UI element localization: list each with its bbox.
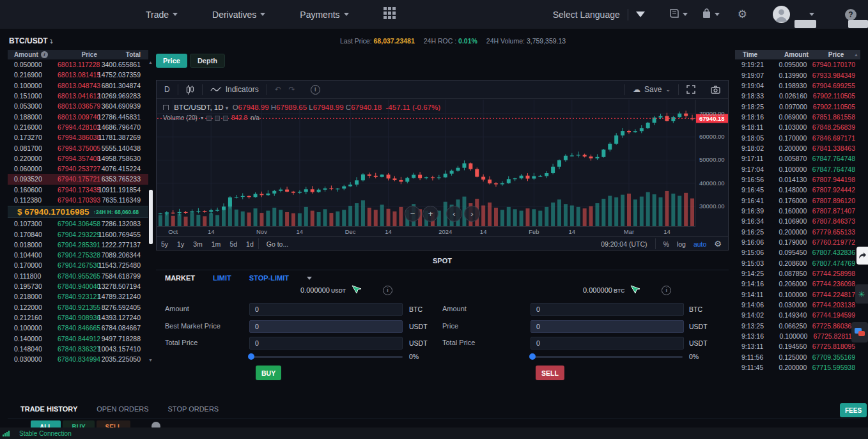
screenshot-camera-icon[interactable] <box>703 86 728 94</box>
trade-row[interactable]: 9:11:450.20000067715.595938 <box>735 362 860 373</box>
ask-row[interactable]: 0.11238067940.1703937635.116349 <box>8 195 148 205</box>
ask-row[interactable]: 0.17327067994.38603811781.387269 <box>8 132 148 142</box>
amount-info-icon[interactable]: i <box>41 51 48 58</box>
orders-book-icon[interactable] <box>669 9 679 20</box>
sell-balance-cursor-icon[interactable] <box>630 285 640 295</box>
ask-row[interactable]: 0.08170067994.3750055555.140438 <box>8 142 148 153</box>
scroll-down-icon[interactable]: ▼ <box>148 358 153 362</box>
chart-info-icon[interactable]: i <box>303 81 328 98</box>
trade-row[interactable]: 9:17:110.00587067847.764748 <box>735 153 860 164</box>
chart-clock[interactable]: 09:20:04 (UTC) <box>601 240 647 248</box>
user-avatar[interactable] <box>773 6 790 23</box>
bid-row[interactable]: 0.19573067840.94004013278.507194 <box>8 281 148 291</box>
language-selector[interactable]: Select Language <box>553 10 620 20</box>
auto-scale-button[interactable]: auto <box>694 240 706 248</box>
interval-button[interactable]: D <box>157 81 178 98</box>
range-3m-button[interactable]: 3m <box>189 240 207 248</box>
save-layout-button[interactable]: ☁ Save ⌄ <box>625 85 678 94</box>
total-price-input[interactable] <box>531 337 684 350</box>
apps-grid-icon[interactable] <box>384 7 396 22</box>
wallet-bag-icon[interactable] <box>702 8 711 20</box>
language-dropdown-icon[interactable] <box>636 12 645 17</box>
goto-date-button[interactable]: Go to... <box>259 240 296 248</box>
trade-row[interactable]: 9:16:340.10690067807.846373 <box>735 216 860 226</box>
bottom-tab-trade-history[interactable]: TRADE HISTORY <box>20 405 77 413</box>
ask-row[interactable]: 0.05000068013.1172283400.655861 <box>8 59 148 70</box>
log-scale-button[interactable]: log <box>677 240 686 248</box>
trade-row[interactable]: 9:16:390.16000067807.871407 <box>735 206 860 216</box>
buy-info-icon[interactable]: i <box>383 286 392 295</box>
buy-percent-slider[interactable] <box>249 356 403 358</box>
trade-row[interactable]: 9:17:040.10000067847.764748 <box>735 164 860 174</box>
chart-pan-right-button[interactable]: › <box>464 206 480 222</box>
trade-row[interactable]: 9:16:450.14800067807.924442 <box>735 185 860 195</box>
tab-limit[interactable]: LIMIT <box>213 274 231 282</box>
bid-row[interactable]: 0.17000067904.26753011543.725480 <box>8 260 148 270</box>
order-book-scrollbar[interactable] <box>149 59 153 375</box>
chart-pan-left-button[interactable]: ‹ <box>446 206 462 222</box>
bid-row[interactable]: 0.11180067840.9552657584.618799 <box>8 271 148 281</box>
bid-row[interactable]: 0.14804067840.83632710043.157410 <box>8 344 148 354</box>
ask-row[interactable]: 0.21600067994.42810214686.796470 <box>8 122 148 132</box>
fullscreen-icon[interactable] <box>679 85 703 94</box>
volume-close-icon[interactable] <box>223 116 228 121</box>
redo-icon[interactable]: ↷ <box>289 81 303 98</box>
trade-row[interactable]: 9:18:020.20000067841.338463 <box>735 143 860 153</box>
tab-depth[interactable]: Depth <box>190 54 225 68</box>
trade-row[interactable]: 9:16:560.01413067807.944198 <box>735 174 860 185</box>
range-5y-button[interactable]: 5y <box>157 240 173 248</box>
bottom-tab-stop-orders[interactable]: STOP ORDERS <box>168 405 219 413</box>
sell-percent-slider[interactable] <box>531 356 683 358</box>
trade-row[interactable]: 9:13:250.06625067725.860361 <box>735 321 860 331</box>
trade-row[interactable]: 9:18:050.17000067846.697171 <box>735 132 860 142</box>
best-market-price-input[interactable] <box>249 320 403 333</box>
price-input[interactable] <box>531 320 684 333</box>
settings-gear-icon[interactable]: ⚙ <box>738 8 747 21</box>
wallet-caret-icon[interactable] <box>715 13 720 16</box>
amount-input[interactable] <box>249 303 403 316</box>
share-widget[interactable] <box>856 247 868 265</box>
range-1m-button[interactable]: 1m <box>207 240 226 248</box>
pair-selector[interactable]: BTC/USDT ⤵ <box>9 36 53 45</box>
tab-price[interactable]: Price <box>156 54 187 68</box>
sell-button[interactable]: SELL <box>536 366 564 380</box>
undo-icon[interactable]: ↶ <box>267 81 289 98</box>
scale-settings-gear-icon[interactable]: ⚙ <box>714 239 722 249</box>
chart-zoom-out-button[interactable]: − <box>405 206 421 222</box>
buy-button[interactable]: BUY <box>256 366 281 380</box>
fees-button[interactable]: FEES <box>840 403 867 417</box>
ask-row[interactable]: 0.16060067940.17343510911.191854 <box>8 185 148 195</box>
order-type-caret-icon[interactable] <box>307 277 312 280</box>
sell-info-icon[interactable]: i <box>662 286 671 295</box>
ask-row[interactable]: 0.05300068013.0365793604.690939 <box>8 101 148 111</box>
trade-row[interactable]: 9:14:020.14934067744.194599 <box>735 310 860 320</box>
bid-row[interactable]: 0.03000067840.8349942035.225050 <box>8 354 148 364</box>
total-price-input[interactable] <box>249 337 403 350</box>
trade-row[interactable]: 9:19:070.13990067933.984349 <box>735 70 860 80</box>
menu-derivatives[interactable]: Derivatives <box>212 10 265 20</box>
bid-row[interactable]: 0.12200067840.9213558276.592405 <box>8 302 148 312</box>
ask-row[interactable]: 0.21690068013.08141514752.037359 <box>8 70 148 80</box>
indicators-button[interactable]: Indicators <box>203 81 267 98</box>
buy-balance-cursor-icon[interactable] <box>351 285 361 295</box>
bid-row[interactable]: 0.21216067840.90893614393.127240 <box>8 312 148 323</box>
trade-row[interactable]: 9:14:110.10000067744.224817 <box>735 289 860 300</box>
amount-input[interactable] <box>531 303 684 316</box>
range-1d-button[interactable]: 1d <box>242 240 258 248</box>
orders-caret-icon[interactable] <box>683 13 688 16</box>
tab-market[interactable]: MARKET <box>165 274 195 282</box>
tab-stop-limit[interactable]: STOP-LIMIT <box>249 274 289 282</box>
candle-style-button[interactable] <box>178 81 202 98</box>
trade-row[interactable]: 9:16:060.17900067760.219772 <box>735 237 860 247</box>
trade-row[interactable]: 9:18:110.10300067848.256839 <box>735 122 860 132</box>
trades-scroll-up-icon[interactable]: ▲ <box>854 52 860 57</box>
trade-row[interactable]: 9:18:160.06900067851.861558 <box>735 112 860 122</box>
trade-row[interactable]: 9:13:160.10000067725.828111 <box>735 331 860 341</box>
range-5d-button[interactable]: 5d <box>225 240 242 248</box>
bid-row[interactable]: 0.10730067904.3064587286.132083 <box>8 219 148 229</box>
ask-row[interactable]: 0.10000068013.0487436801.304874 <box>8 81 148 91</box>
volume-eye-icon[interactable] <box>206 116 212 121</box>
trade-row[interactable]: 9:14:160.20600067744.236098 <box>735 279 860 289</box>
menu-payments[interactable]: Payments <box>300 10 348 20</box>
ask-row[interactable]: 0.22000067994.35740814958.758630 <box>8 153 148 164</box>
